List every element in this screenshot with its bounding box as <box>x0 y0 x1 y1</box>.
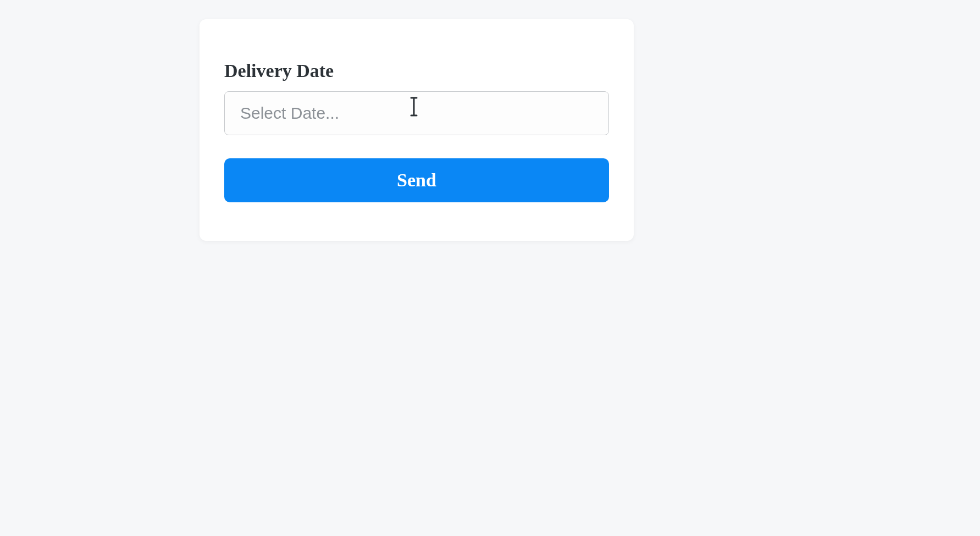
send-button[interactable]: Send <box>224 158 609 202</box>
delivery-date-label: Delivery Date <box>224 60 609 81</box>
delivery-date-input[interactable] <box>224 91 609 135</box>
form-card: Delivery Date Send <box>200 19 634 241</box>
